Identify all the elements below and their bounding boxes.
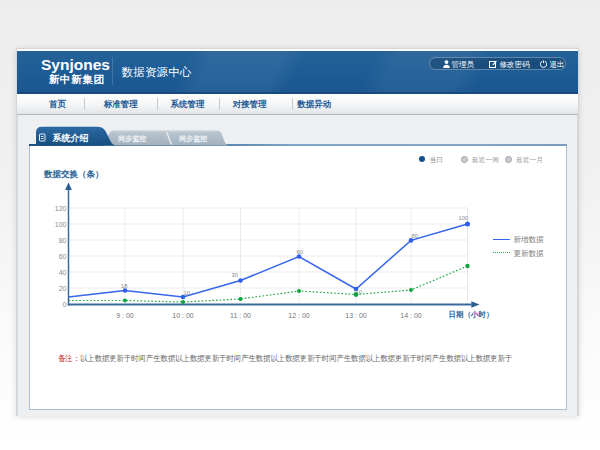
svg-text:0: 0 (63, 301, 67, 308)
svg-text:30: 30 (232, 272, 238, 278)
svg-text:100: 100 (459, 215, 469, 221)
svg-text:20: 20 (59, 285, 67, 292)
svg-text:13 : 00: 13 : 00 (345, 312, 367, 319)
svg-text:10: 10 (356, 289, 362, 295)
svg-text:10: 10 (184, 290, 190, 296)
svg-text:80: 80 (59, 237, 67, 244)
svg-text:80: 80 (412, 233, 418, 239)
svg-text:60: 60 (297, 249, 303, 255)
svg-text:12 : 00: 12 : 00 (288, 312, 310, 319)
svg-text:100: 100 (55, 221, 67, 228)
svg-text:11 : 00: 11 : 00 (230, 312, 251, 319)
svg-text:120: 120 (55, 205, 67, 212)
svg-text:18: 18 (121, 283, 127, 289)
svg-text:40: 40 (59, 269, 67, 276)
svg-text:10 : 00: 10 : 00 (172, 312, 194, 319)
svg-text:9 : 00: 9 : 00 (116, 312, 134, 319)
svg-text:14 : 00: 14 : 00 (400, 312, 422, 319)
svg-text:60: 60 (59, 253, 67, 260)
